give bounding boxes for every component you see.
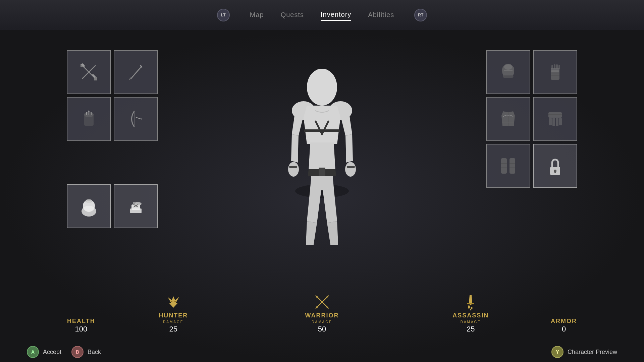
slot-helmet[interactable]	[486, 50, 530, 94]
svg-rect-40	[549, 118, 552, 125]
rt-button[interactable]: RT	[414, 9, 427, 21]
svg-rect-53	[554, 171, 556, 173]
slot-ranged1[interactable]	[67, 97, 111, 141]
svg-point-76	[468, 305, 470, 309]
slot-weapon1[interactable]	[67, 50, 111, 94]
b-button: B	[71, 346, 84, 358]
svg-rect-10	[84, 114, 94, 126]
svg-rect-30	[551, 65, 553, 69]
svg-rect-61	[319, 168, 325, 177]
svg-rect-46	[509, 158, 515, 174]
svg-rect-31	[554, 64, 555, 69]
svg-marker-17	[141, 118, 143, 120]
slot-gauntlets[interactable]	[533, 50, 577, 94]
left-weapon-slots	[67, 50, 158, 141]
lt-button[interactable]: LT	[217, 9, 230, 21]
hunter-divider: DAMAGE	[144, 320, 202, 324]
health-label: HEALTH	[67, 318, 95, 325]
svg-point-57	[307, 69, 337, 105]
assassin-value: 25	[442, 325, 500, 334]
warrior-icon	[314, 294, 330, 310]
warrior-value: 50	[293, 325, 351, 334]
back-action[interactable]: B Back	[71, 346, 101, 358]
back-label: Back	[88, 349, 101, 356]
svg-rect-42	[556, 118, 558, 126]
nav-items: Map Quests Inventory Abilities	[250, 9, 394, 21]
svg-marker-14	[88, 110, 90, 112]
nav-item-inventory[interactable]: Inventory	[321, 9, 351, 21]
slot-chestplate[interactable]	[486, 97, 530, 141]
svg-rect-65	[347, 166, 355, 168]
svg-point-27	[504, 64, 512, 70]
top-nav: LT Map Quests Inventory Abilities RT	[0, 0, 644, 30]
svg-rect-32	[556, 64, 558, 69]
bottom-left-slots	[67, 184, 158, 228]
health-stat: HEALTH 100	[67, 318, 95, 334]
character-preview-action[interactable]: Y Character Preview	[551, 346, 617, 358]
accept-action[interactable]: A Accept	[27, 346, 61, 358]
svg-line-6	[131, 66, 142, 79]
svg-point-62	[288, 162, 299, 177]
svg-rect-64	[289, 166, 297, 168]
svg-rect-43	[559, 118, 562, 125]
slot-bow[interactable]	[114, 97, 158, 141]
assassin-divider: DAMAGE	[442, 320, 500, 324]
svg-rect-45	[501, 158, 507, 174]
armor-label: ARMOR	[551, 318, 577, 325]
armor-stat: ARMOR 0	[551, 318, 577, 334]
slot-anvil[interactable]	[114, 184, 158, 228]
assassin-label: ASSASSIN	[442, 312, 500, 319]
assassin-icon	[462, 294, 479, 310]
slot-locked[interactable]	[533, 144, 577, 188]
right-armor-slots	[486, 50, 577, 188]
assassin-stat: ASSASSIN DAMAGE 25	[442, 294, 500, 334]
slot-weapon2[interactable]	[114, 50, 158, 94]
slot-tassets[interactable]	[533, 97, 577, 141]
nav-item-map[interactable]: Map	[250, 9, 264, 20]
warrior-label: WARRIOR	[293, 312, 351, 319]
main-content: HEALTH 100 HUNTER DAMAGE 25	[0, 30, 644, 362]
warrior-stat: WARRIOR DAMAGE 50	[293, 294, 351, 334]
svg-line-16	[136, 117, 141, 119]
svg-point-69	[174, 301, 176, 302]
slot-greaves[interactable]	[486, 144, 530, 188]
svg-rect-41	[552, 118, 555, 126]
svg-point-68	[171, 301, 172, 302]
svg-rect-79	[467, 303, 474, 304]
armor-value: 0	[551, 325, 577, 334]
character-preview-label: Character Preview	[568, 349, 617, 356]
svg-point-63	[345, 162, 356, 177]
hunter-icon	[165, 294, 182, 310]
y-button: Y	[551, 346, 564, 358]
nav-item-quests[interactable]: Quests	[281, 9, 304, 20]
character-model	[255, 50, 389, 251]
nav-item-abilities[interactable]: Abilities	[368, 9, 394, 20]
a-button: A	[27, 346, 39, 358]
hunter-stat: HUNTER DAMAGE 25	[144, 294, 202, 334]
slot-bag[interactable]	[67, 184, 111, 228]
hunter-value: 25	[144, 325, 202, 334]
health-value: 100	[67, 325, 95, 334]
accept-label: Accept	[43, 349, 61, 356]
svg-rect-33	[558, 65, 560, 69]
warrior-divider: DAMAGE	[293, 320, 351, 324]
svg-rect-28	[551, 70, 559, 80]
bottom-bar: A Accept B Back Y Character Preview	[0, 342, 644, 362]
hunter-label: HUNTER	[144, 312, 202, 319]
svg-rect-39	[548, 112, 562, 118]
